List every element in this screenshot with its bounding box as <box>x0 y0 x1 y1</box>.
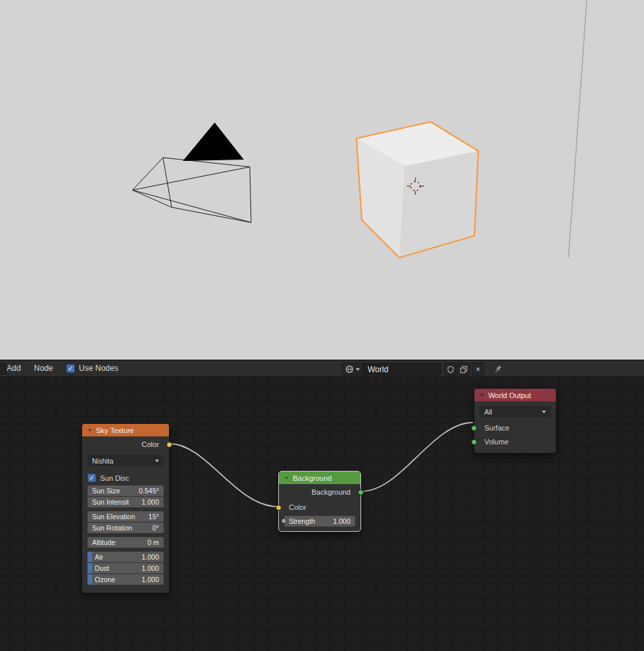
field-label: Sun Elevation <box>92 513 135 521</box>
collapse-arrow-icon[interactable]: ▼ <box>480 393 484 397</box>
field-label: Strength <box>289 517 315 525</box>
output-target-dropdown[interactable]: All <box>480 406 551 417</box>
socket-surface-input[interactable] <box>471 425 477 431</box>
globe-icon <box>345 365 354 374</box>
input-label: Surface <box>484 424 510 432</box>
world-browse-button[interactable] <box>342 363 363 376</box>
editor-type-icon[interactable] <box>0 363 7 375</box>
sky-type-row: Nishita <box>82 455 169 470</box>
field-label: Sun Size <box>92 487 120 495</box>
input-row-color: Color <box>279 501 360 515</box>
sky-type-value: Nishita <box>92 457 113 465</box>
pin-button[interactable] <box>493 363 503 376</box>
output-row-background: Background <box>279 484 360 501</box>
field-value: 0° <box>152 524 159 532</box>
collapse-arrow-icon[interactable]: ▼ <box>87 428 92 432</box>
sun-lamp-line[interactable] <box>568 0 587 258</box>
input-row-volume: Volume <box>474 435 556 449</box>
sun-size-group: Sun Size 0.545° Sun Intensit 1.000 <box>87 485 164 507</box>
socket-strength-input[interactable] <box>281 518 287 524</box>
socket-volume-input[interactable] <box>471 439 477 445</box>
sun-disc-checkbox[interactable]: ✓ <box>87 474 96 482</box>
menu-node[interactable]: Node <box>27 360 60 376</box>
collapse-arrow-icon[interactable]: ▼ <box>284 476 289 480</box>
shield-icon <box>447 366 455 374</box>
camera-up-triangle <box>183 123 244 161</box>
node-background[interactable]: ▼ Background Background Color Strength 1… <box>278 471 361 532</box>
shader-editor-header: Add Node ✓ Use Nodes World <box>0 360 644 377</box>
socket-color-output[interactable] <box>166 442 172 448</box>
field-value: 1.000 <box>333 517 350 525</box>
field-value: 0.545° <box>139 487 159 495</box>
target-row: All <box>474 401 556 421</box>
socket-color-input[interactable] <box>276 505 282 511</box>
use-nodes-checkbox[interactable]: ✓ <box>66 364 75 373</box>
sun-rotation-field[interactable]: Sun Rotation 0° <box>87 523 164 533</box>
sun-disc-label: Sun Disc <box>100 474 129 482</box>
field-value: 1.000 <box>142 553 159 561</box>
dust-slider[interactable]: Dust 1.000 <box>87 563 164 574</box>
viewport-canvas <box>0 0 644 360</box>
ozone-slider[interactable]: Ozone 1.000 <box>87 574 164 585</box>
node-world-output[interactable]: ▼ World Output All Surface Volume <box>474 388 557 454</box>
node-title: Background <box>293 474 332 482</box>
chevron-down-icon <box>542 411 546 413</box>
node-header-world-output[interactable]: ▼ World Output <box>474 389 556 401</box>
sun-angle-group: Sun Elevation 15° Sun Rotation 0° <box>87 511 164 533</box>
blender-window: Add Node ✓ Use Nodes World <box>0 0 644 651</box>
sun-size-field[interactable]: Sun Size 0.545° <box>87 485 164 496</box>
sky-type-dropdown[interactable]: Nishita <box>87 455 164 466</box>
3d-viewport[interactable] <box>0 0 644 360</box>
field-label: Ozone <box>95 576 115 583</box>
field-value: 0 m <box>147 538 159 546</box>
air-slider[interactable]: Air 1.000 <box>87 552 164 562</box>
pin-icon <box>493 364 503 374</box>
input-label: Volume <box>484 438 509 446</box>
socket-background-output[interactable] <box>358 489 364 495</box>
output-row-color: Color <box>82 436 169 453</box>
sun-disc-row: ✓ Sun Disc <box>82 470 169 485</box>
field-label: Altitude <box>92 538 115 546</box>
field-value: 1.000 <box>142 576 159 583</box>
unlink-button[interactable]: × <box>472 363 484 376</box>
chevron-down-icon <box>356 368 360 371</box>
use-nodes-label: Use Nodes <box>79 364 118 373</box>
camera-object[interactable] <box>133 158 251 223</box>
node-header-background[interactable]: ▼ Background <box>279 472 360 484</box>
field-label: Sun Intensit <box>92 498 129 506</box>
field-label: Air <box>95 553 103 561</box>
field-value: 1.000 <box>142 564 159 572</box>
altitude-group: Altitude 0 m <box>87 537 164 548</box>
new-copy-button[interactable] <box>457 363 470 376</box>
sun-elevation-field[interactable]: Sun Elevation 15° <box>87 511 164 522</box>
strength-field[interactable]: Strength 1.000 <box>284 516 355 526</box>
chevron-down-icon <box>155 460 159 462</box>
node-sky-texture[interactable]: ▼ Sky Texture Color Nishita ✓ Sun Disc S… <box>81 423 170 593</box>
world-name-field[interactable]: World <box>363 363 441 376</box>
altitude-field[interactable]: Altitude 0 m <box>87 537 164 548</box>
node-title: Sky Texture <box>96 426 134 434</box>
output-label: Background <box>311 488 350 496</box>
fake-user-button[interactable] <box>444 363 456 376</box>
duplicate-icon <box>460 366 468 374</box>
field-label: Dust <box>95 564 109 572</box>
output-label: Color <box>142 440 159 448</box>
link-sky-to-background <box>170 444 278 507</box>
node-header-sky-texture[interactable]: ▼ Sky Texture <box>82 424 169 436</box>
field-value: 15° <box>148 513 159 521</box>
target-value: All <box>484 408 492 416</box>
link-background-to-output <box>361 423 473 491</box>
shader-node-editor[interactable]: ▼ Sky Texture Color Nishita ✓ Sun Disc S… <box>0 377 644 651</box>
world-datablock-selector: World × <box>342 363 503 376</box>
field-label: Sun Rotation <box>92 524 133 532</box>
input-label: Color <box>289 503 306 511</box>
input-row-surface: Surface <box>474 421 556 435</box>
input-row-strength: Strength 1.000 <box>284 516 355 526</box>
sun-intensity-field[interactable]: Sun Intensit 1.000 <box>87 497 164 507</box>
atmosphere-group: Air 1.000 Dust 1.000 Ozone 1.000 <box>87 552 164 585</box>
node-title: World Output <box>488 391 531 399</box>
field-value: 1.000 <box>142 498 159 506</box>
